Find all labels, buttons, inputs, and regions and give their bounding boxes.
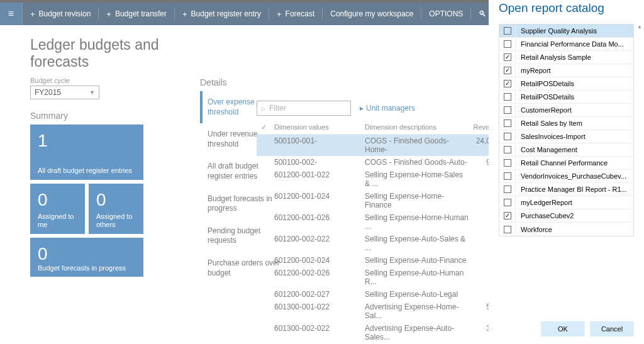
cell-dimension-value: 500100-001- (270, 136, 365, 154)
unit-managers-link[interactable]: ▶ Unit managers (360, 104, 415, 113)
table-row[interactable]: 601200-002-022Selling Expense-Auto-Sales… (257, 233, 491, 254)
checkbox[interactable] (504, 146, 511, 153)
cell-dimension-value: 601200-001-024 (270, 192, 365, 209)
report-item[interactable]: Retail Channel Performance (499, 157, 633, 170)
table-row[interactable]: 601200-001-026Selling Expense-Home-Human… (257, 211, 491, 233)
col-revised[interactable]: Revis (469, 123, 491, 131)
tile-assigned-to-me[interactable]: 0 Assigned to me (30, 184, 85, 234)
report-item[interactable]: PurchaseCubev2 (499, 209, 633, 223)
report-item[interactable]: myLedgerReport (499, 196, 633, 209)
checkbox[interactable] (504, 80, 511, 87)
table-row[interactable]: 601200-001-024Selling Expense-Home-Finan… (257, 190, 491, 211)
report-item[interactable]: VendorInvoices_PurchaseCubev... (499, 170, 633, 183)
table-row[interactable]: 601200-001-022Selling Expense-Home-Sales… (257, 169, 491, 190)
table-row[interactable]: 500100-001-COGS - Finished Goods-Home-24… (257, 135, 491, 156)
budget-cycle-dropdown[interactable]: FY2015 ▼ (30, 86, 99, 99)
ok-button[interactable]: OK (541, 321, 585, 336)
report-item[interactable]: SalesInvoices-Import (499, 130, 633, 143)
checkbox[interactable] (504, 212, 511, 219)
cmd-budget-revision[interactable]: +Budget revision (23, 3, 98, 25)
table-row[interactable]: 601200-002-027Selling Expense-Auto-Legal (257, 288, 491, 301)
details-heading: Details (200, 77, 288, 87)
grid-header: ✓ Dimension values Dimension description… (257, 121, 491, 135)
checkbox[interactable] (504, 119, 511, 127)
checkbox[interactable] (504, 53, 511, 61)
cmd-options[interactable]: OPTIONS (421, 3, 470, 25)
checkbox[interactable] (504, 67, 511, 74)
nav-toggle[interactable]: ≡ (0, 3, 23, 25)
cell-revised (469, 256, 491, 265)
checkbox[interactable] (504, 199, 511, 206)
tile-all-drafts[interactable]: 1 All draft budget register entries (30, 125, 143, 180)
cell-revised (469, 213, 491, 231)
cell-revised (469, 170, 491, 188)
report-item[interactable]: RetailPOSDetails (499, 91, 633, 104)
checkbox[interactable] (504, 172, 511, 180)
triangle-right-icon: ▶ (360, 106, 364, 111)
budget-cycle-label: Budget cycle (30, 77, 169, 84)
checkbox[interactable] (504, 106, 511, 114)
cell-dimension-description: Selling Expense-Auto-Finance (365, 256, 469, 265)
report-label: Retail Channel Performance (516, 159, 633, 167)
table-row[interactable]: 601300-002-022Advertising Expense-Auto-S… (257, 322, 491, 343)
cmd-label: Budget revision (39, 9, 91, 18)
cmd-forecast[interactable]: +Forecast (269, 3, 322, 25)
report-item[interactable]: Practice Manager BI Report - R1... (499, 183, 633, 196)
chevron-down-icon: ▼ (89, 89, 95, 96)
report-label: RetailPOSDetails (516, 93, 633, 101)
page-title: Ledger budgets and forecasts (30, 36, 169, 70)
report-item[interactable]: CustomerReport (499, 104, 633, 117)
cell-dimension-description: COGS - Finished Goods-Auto- (365, 158, 469, 167)
cmd-label: Budget register entry (191, 9, 261, 18)
report-list: Supplier Quality AnalysisFinancial Perfo… (499, 24, 634, 236)
report-item[interactable]: Retail Sales by Item (499, 117, 633, 130)
cell-dimension-value: 601200-002-022 (270, 235, 365, 252)
cmd-configure-workspace[interactable]: Configure my workspace (323, 3, 421, 25)
tile-label: Assigned to others (96, 213, 136, 229)
checkbox[interactable] (504, 133, 511, 140)
table-row[interactable]: 601300-001-022Advertising Expense-Home-S… (257, 301, 491, 322)
cell-dimension-value: 601200-002-024 (270, 256, 365, 265)
report-item[interactable]: RetailPOSDetails (499, 77, 633, 91)
filter-input[interactable]: ⌕ Filter (257, 101, 351, 116)
checkbox[interactable] (504, 226, 511, 233)
report-item[interactable]: Financial Performance Data Mo... (499, 38, 633, 51)
cell-revised (469, 290, 491, 299)
report-item[interactable]: Cost Management (499, 143, 633, 157)
col-dimension-descriptions[interactable]: Dimension descriptions (365, 123, 469, 131)
checkbox[interactable] (504, 93, 511, 101)
tile-assigned-to-others[interactable]: 0 Assigned to others (89, 184, 143, 234)
report-item[interactable]: Workforce (499, 223, 633, 236)
cell-revised (469, 192, 491, 209)
scroll-up-icon[interactable]: ▲ (636, 24, 643, 30)
cmd-budget-register-entry[interactable]: +Budget register entry (175, 3, 269, 25)
check-icon[interactable]: ✓ (257, 123, 270, 131)
filter-placeholder: Filter (269, 104, 286, 113)
report-catalog-panel: Open report catalog Supplier Quality Ana… (489, 0, 644, 344)
table-row[interactable]: 601200-002-024Selling Expense-Auto-Finan… (257, 254, 491, 267)
report-label: Cost Management (516, 146, 633, 153)
report-item[interactable]: Retail Analysis Sample (499, 51, 633, 64)
table-row[interactable]: 601200-002-026Selling Expense-Auto-Human… (257, 267, 491, 288)
report-label: VendorInvoices_PurchaseCubev... (516, 172, 633, 180)
checkbox[interactable] (504, 159, 511, 167)
tile-label: Budget forecasts in progress (38, 264, 136, 272)
table-row[interactable]: 500100-002-COGS - Finished Goods-Auto-9 (257, 156, 491, 169)
checkbox[interactable] (504, 186, 511, 193)
cell-dimension-value: 601200-002-026 (270, 269, 365, 286)
cell-dimension-description: Selling Expense-Auto-Legal (365, 290, 469, 299)
cell-revised (469, 235, 491, 252)
cmd-budget-transfer[interactable]: +Budget transfer (99, 3, 174, 25)
report-item[interactable]: Supplier Quality Analysis (499, 25, 633, 38)
col-dimension-values[interactable]: Dimension values (270, 123, 365, 131)
cell-dimension-description: Advertising Expense-Auto-Sales... (365, 324, 469, 341)
tile-count: 0 (96, 190, 136, 210)
report-label: Retail Analysis Sample (516, 53, 633, 61)
tile-forecasts-in-progress[interactable]: 0 Budget forecasts in progress (30, 238, 143, 277)
cancel-button[interactable]: Cancel (590, 321, 634, 336)
cell-dimension-description: Selling Expense-Home-Human ... (365, 213, 469, 231)
checkbox[interactable] (504, 40, 511, 48)
report-item[interactable]: myReport (499, 64, 633, 77)
cell-revised: 9 (469, 158, 491, 167)
checkbox[interactable] (504, 27, 511, 35)
